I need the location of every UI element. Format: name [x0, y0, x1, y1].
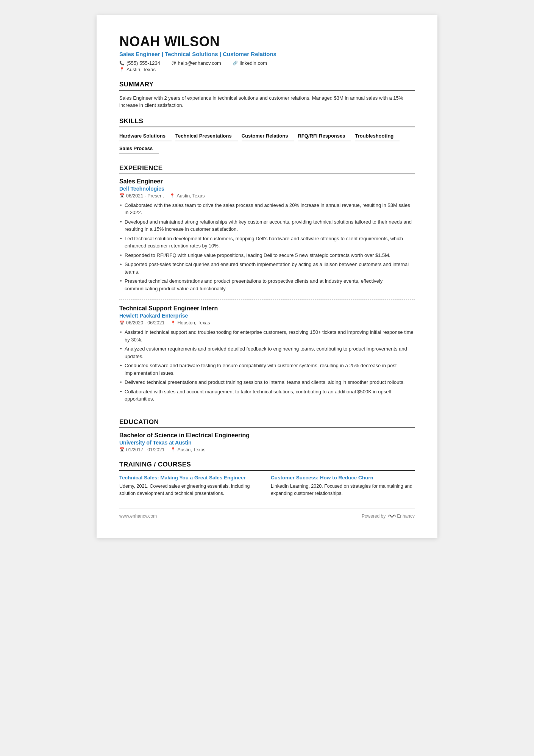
- skill-technical-presentations: Technical Presentations: [175, 131, 238, 141]
- training-section-title: TRAINING / COURSES: [119, 461, 415, 471]
- summary-text: Sales Engineer with 2 years of experienc…: [119, 94, 415, 109]
- edu-dates: 01/2017 - 01/2021: [119, 447, 164, 452]
- header: NOAH WILSON Sales Engineer | Technical S…: [119, 34, 415, 72]
- pin-icon-hpe: [170, 321, 176, 326]
- training-section: TRAINING / COURSES Technical Sales: Maki…: [119, 461, 415, 497]
- training-desc-1: Udemy, 2021. Covered sales engineering e…: [119, 483, 263, 497]
- job-bullets-hpe: Assisted in technical support and troubl…: [119, 329, 415, 403]
- linkedin-url: linkedin.com: [240, 60, 267, 66]
- skill-sales-process: Sales Process: [119, 144, 159, 154]
- job-meta-dell: 06/2021 - Present Austin, Texas: [119, 193, 415, 199]
- footer-website: www.enhancv.com: [119, 513, 157, 519]
- job-location-dell: Austin, Texas: [170, 193, 205, 199]
- calendar-icon-edu: [119, 447, 125, 452]
- footer-brand: Powered by Enhancv: [362, 513, 415, 519]
- link-icon: [233, 61, 238, 66]
- job-dell: Sales Engineer Dell Technologies 06/2021…: [119, 178, 415, 300]
- summary-section-title: SUMMARY: [119, 81, 415, 91]
- bullet-hpe-3: Conducted software and hardware testing …: [119, 362, 415, 377]
- job-hpe: Technical Support Engineer Intern Hewlet…: [119, 299, 415, 410]
- skills-section-title: SKILLS: [119, 117, 415, 127]
- job-meta-hpe: 06/2020 - 06/2021 Houston, Texas: [119, 320, 415, 326]
- job-bullets-dell: Collaborated with the sales team to driv…: [119, 202, 415, 293]
- training-item-1: Technical Sales: Making You a Great Sale…: [119, 474, 263, 497]
- resume-page: NOAH WILSON Sales Engineer | Technical S…: [97, 15, 437, 538]
- bullet-hpe-1: Assisted in technical support and troubl…: [119, 329, 415, 343]
- experience-section-title: EXPERIENCE: [119, 164, 415, 174]
- job-title-dell: Sales Engineer: [119, 178, 415, 185]
- job-dates-dell: 06/2021 - Present: [119, 193, 164, 199]
- location-contact: Austin, Texas: [119, 67, 415, 72]
- company-hpe: Hewlett Packard Enterprise: [119, 313, 415, 319]
- candidate-title: Sales Engineer | Technical Solutions | C…: [119, 51, 415, 57]
- bullet-hpe-2: Analyzed customer requirements and provi…: [119, 345, 415, 360]
- bullet-dell-5: Supported post-sales technical queries a…: [119, 261, 415, 275]
- experience-section: EXPERIENCE Sales Engineer Dell Technolog…: [119, 164, 415, 410]
- summary-section: SUMMARY Sales Engineer with 2 years of e…: [119, 81, 415, 109]
- calendar-icon-dell: [119, 193, 125, 198]
- linkedin-contact: linkedin.com: [233, 60, 267, 66]
- bullet-dell-1: Collaborated with the sales team to driv…: [119, 202, 415, 216]
- bullet-dell-3: Led technical solution development for c…: [119, 235, 415, 250]
- company-dell: Dell Technologies: [119, 186, 415, 192]
- header-contacts: (555) 555-1234 help@enhancv.com linkedin…: [119, 60, 415, 66]
- location-text: Austin, Texas: [126, 67, 156, 72]
- training-item-2: Customer Success: How to Reduce Churn Li…: [271, 474, 415, 497]
- enhancv-logo: Enhancv: [388, 513, 415, 519]
- bullet-dell-6: Presented technical demonstrations and p…: [119, 277, 415, 292]
- training-grid: Technical Sales: Making You a Great Sale…: [119, 474, 415, 497]
- email-icon: [172, 60, 176, 66]
- calendar-icon-hpe: [119, 321, 125, 326]
- phone-icon: [119, 61, 125, 66]
- edu-school: University of Texas at Austin: [119, 440, 415, 446]
- training-desc-2: LinkedIn Learning, 2020. Focused on stra…: [271, 483, 415, 497]
- enhancv-logo-svg: [388, 513, 396, 519]
- candidate-name: NOAH WILSON: [119, 34, 415, 49]
- skill-hardware-solutions: Hardware Solutions: [119, 131, 172, 141]
- job-title-hpe: Technical Support Engineer Intern: [119, 305, 415, 312]
- job-dates-hpe: 06/2020 - 06/2021: [119, 320, 164, 326]
- bullet-dell-4: Responded to RFI/RFQ with unique value p…: [119, 252, 415, 259]
- education-section: EDUCATION Bachelor of Science in Electri…: [119, 418, 415, 452]
- location-pin-icon: [119, 67, 125, 72]
- skills-section: SKILLS Hardware Solutions Technical Pres…: [119, 117, 415, 156]
- education-section-title: EDUCATION: [119, 418, 415, 428]
- phone-number: (555) 555-1234: [126, 60, 160, 66]
- bullet-dell-2: Developed and maintained strong relation…: [119, 218, 415, 233]
- footer: www.enhancv.com Powered by Enhancv: [119, 509, 415, 519]
- bullet-hpe-5: Collaborated with sales and account mana…: [119, 388, 415, 403]
- location-info: Austin, Texas: [119, 67, 156, 72]
- phone-contact: (555) 555-1234: [119, 60, 160, 66]
- email-address: help@enhancv.com: [178, 60, 221, 66]
- job-location-hpe: Houston, Texas: [170, 320, 210, 326]
- pin-icon-edu: [170, 447, 176, 452]
- skills-grid: Hardware Solutions Technical Presentatio…: [119, 131, 415, 156]
- training-title-2: Customer Success: How to Reduce Churn: [271, 474, 415, 482]
- edu-location: Austin, Texas: [170, 447, 205, 452]
- skill-customer-relations: Customer Relations: [242, 131, 294, 141]
- pin-icon-dell: [170, 193, 175, 198]
- bullet-hpe-4: Delivered technical presentations and pr…: [119, 379, 415, 386]
- training-title-1: Technical Sales: Making You a Great Sale…: [119, 474, 263, 482]
- edu-meta: 01/2017 - 01/2021 Austin, Texas: [119, 447, 415, 452]
- skill-troubleshooting: Troubleshooting: [355, 131, 400, 141]
- skill-rfq-rfi: RFQ/RFI Responses: [298, 131, 351, 141]
- email-contact: help@enhancv.com: [172, 60, 221, 66]
- edu-degree: Bachelor of Science in Electrical Engine…: [119, 432, 415, 439]
